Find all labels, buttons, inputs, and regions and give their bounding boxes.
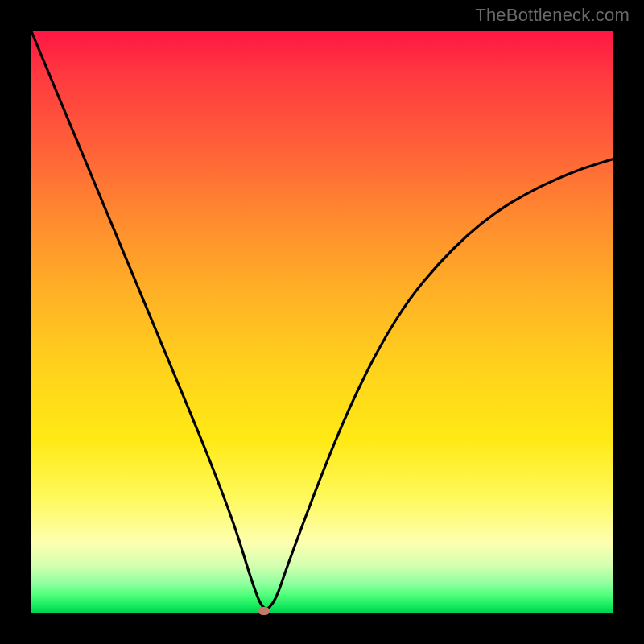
watermark-text: TheBottleneck.com — [475, 5, 630, 26]
optimal-point-marker — [258, 607, 270, 615]
curve-path — [31, 31, 613, 609]
bottleneck-curve — [31, 31, 613, 613]
chart-frame: TheBottleneck.com — [0, 0, 644, 644]
plot-area — [31, 31, 613, 613]
